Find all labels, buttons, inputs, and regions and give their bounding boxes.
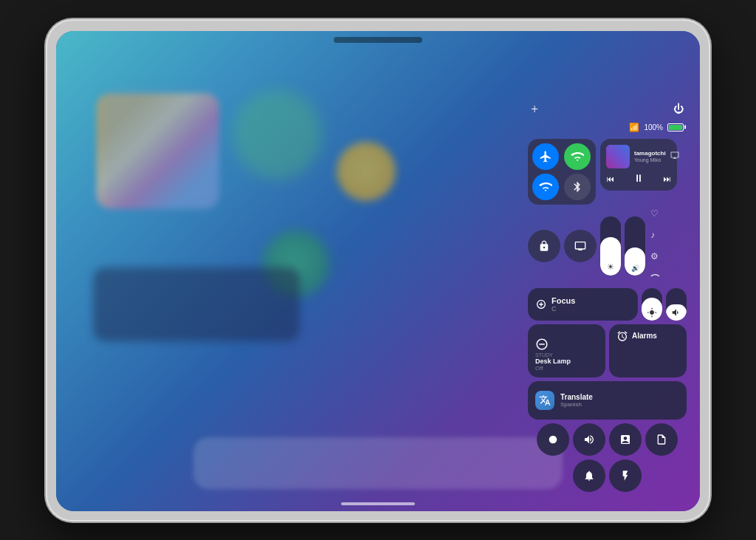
np-next-button[interactable]: ⏭ xyxy=(663,174,671,183)
cc-status-row: 📶 100% xyxy=(528,123,687,132)
np-title: tamagotchi xyxy=(634,150,666,157)
bell-button[interactable] xyxy=(573,459,605,492)
np-artwork-inner xyxy=(606,145,630,168)
focus-label-group: Focus C xyxy=(551,296,575,312)
connectivity-block xyxy=(528,139,596,205)
desk-lamp-header: Study xyxy=(535,352,598,358)
cc-row2: ☀ 🔊 ♡ ♪ ⚙ xyxy=(528,208,687,284)
focus-button[interactable]: Focus C xyxy=(528,288,638,321)
np-artist: Young Miko xyxy=(634,157,666,163)
cc-last-row xyxy=(528,459,687,492)
soundboard-button[interactable] xyxy=(573,423,605,456)
notes-button[interactable] xyxy=(645,423,678,456)
volume-speaker-icon xyxy=(671,307,681,318)
cc-battery-visual xyxy=(667,123,684,131)
music-note-icon[interactable]: ♪ xyxy=(650,230,659,241)
orientation-lock-button[interactable] xyxy=(528,230,560,262)
control-center-panel: + ⏻ 📶 100% xyxy=(528,102,687,492)
calculator-button[interactable] xyxy=(609,423,642,456)
np-info: tamagotchi Young Miko xyxy=(634,150,666,163)
np-controls: ⏮ ⏸ ⏭ xyxy=(606,173,671,185)
record-button[interactable] xyxy=(537,423,569,456)
brightness-slider[interactable]: ☀ xyxy=(600,216,621,276)
cc-power-button[interactable]: ⏻ xyxy=(673,103,684,115)
desk-lamp-icon xyxy=(535,338,549,351)
blur-circle-yellow xyxy=(337,142,396,201)
screen-mirror-button[interactable] xyxy=(564,230,597,262)
alarms-icon xyxy=(616,330,628,342)
bell-icon xyxy=(583,470,595,482)
alarms-label: Alarms xyxy=(632,332,657,340)
calculator-icon xyxy=(619,434,631,445)
blur-widget-1 xyxy=(100,90,219,208)
desk-lamp-label: Desk Lamp xyxy=(535,358,598,365)
ipad-screen: + ⏻ 📶 100% xyxy=(56,31,700,511)
alarms-top: Alarms xyxy=(616,330,679,342)
cc-wifi-icon: 📶 xyxy=(629,123,639,132)
side-icons-group: ♡ ♪ ⚙ xyxy=(649,208,659,284)
desk-lamp-tile[interactable]: Study Desk Lamp Off xyxy=(528,324,605,377)
np-artwork xyxy=(606,145,630,168)
top-sensor-bar xyxy=(334,37,422,43)
cc-add-button[interactable]: + xyxy=(531,102,538,117)
alarms-tile[interactable]: Alarms xyxy=(609,324,687,377)
cc-shortcuts-row: Study Desk Lamp Off Alarms xyxy=(528,324,687,377)
cc-battery-fill xyxy=(669,125,682,130)
brightness-icon: ☀ xyxy=(607,262,614,272)
translate-tile[interactable]: Translate Spanish xyxy=(528,381,687,420)
translate-icon-bg xyxy=(535,391,554,410)
translate-text: Translate Spanish xyxy=(560,393,593,408)
record-icon xyxy=(547,434,559,445)
volume-mini-slider[interactable] xyxy=(666,288,687,321)
hotspot-button[interactable] xyxy=(564,143,591,170)
focus-sub: C xyxy=(551,305,575,312)
now-playing-block[interactable]: tamagotchi Young Miko ⏮ ⏸ ⏭ xyxy=(600,139,677,191)
cc-battery-percent: 100% xyxy=(644,123,663,131)
cc-connectivity-row: tamagotchi Young Miko ⏮ ⏸ ⏭ xyxy=(528,139,687,205)
translate-globe-icon xyxy=(539,394,551,406)
np-play-pause-button[interactable]: ⏸ xyxy=(633,173,644,185)
np-prev-button[interactable]: ⏮ xyxy=(606,174,614,183)
wifi-button[interactable] xyxy=(532,174,559,200)
device-wrapper: + ⏻ 📶 100% xyxy=(46,19,710,522)
home-indicator xyxy=(341,502,415,505)
np-airplay-button[interactable] xyxy=(670,151,679,163)
heart-icon[interactable]: ♡ xyxy=(650,208,659,219)
svg-point-0 xyxy=(549,435,557,443)
volume-icon: 🔊 xyxy=(631,264,639,272)
brightness-sun-icon xyxy=(647,307,657,318)
bluetooth-button[interactable] xyxy=(564,174,591,200)
cc-translate-row: Translate Spanish xyxy=(528,381,687,420)
flashlight-icon xyxy=(619,470,631,482)
cc-bottom-row xyxy=(528,423,687,456)
ipad-frame: + ⏻ 📶 100% xyxy=(46,19,710,522)
focus-label: Focus xyxy=(551,296,575,305)
soundboard-icon xyxy=(583,434,595,445)
dock xyxy=(193,437,563,489)
brightness-mini-slider[interactable] xyxy=(642,288,662,321)
blur-widget-3 xyxy=(93,267,300,341)
translate-sub: Spanish xyxy=(560,401,593,408)
notes-icon xyxy=(656,434,667,445)
gear-icon[interactable]: ⚙ xyxy=(650,251,659,262)
volume-slider[interactable]: 🔊 xyxy=(625,216,645,276)
cc-focus-row: Focus C xyxy=(528,288,687,321)
np-top: tamagotchi Young Miko xyxy=(606,145,671,168)
cellular-icon[interactable] xyxy=(650,273,659,284)
flashlight-button[interactable] xyxy=(609,459,642,492)
translate-label: Translate xyxy=(560,393,593,401)
airplane-mode-button[interactable] xyxy=(532,143,559,170)
blur-widget-2 xyxy=(233,90,322,179)
desk-lamp-status: Off xyxy=(535,365,598,372)
cc-header-row: + ⏻ xyxy=(528,102,687,117)
